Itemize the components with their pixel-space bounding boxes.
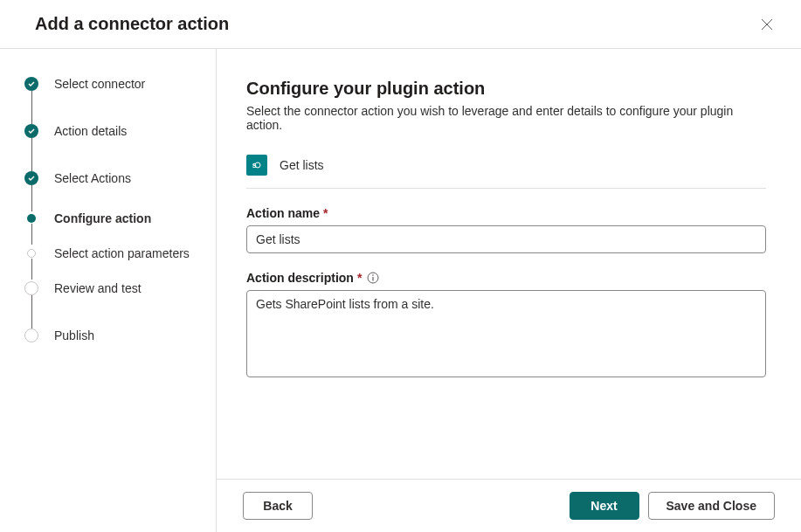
close-icon (761, 18, 773, 31)
step-select-action-parameters[interactable]: Select action parameters (24, 246, 198, 260)
upcoming-step-icon (24, 328, 38, 342)
required-asterisk: * (357, 271, 362, 285)
step-label: Review and test (54, 281, 142, 295)
action-description-field-group: Action description * (246, 271, 766, 381)
required-asterisk: * (323, 206, 328, 220)
current-step-icon (27, 214, 36, 223)
step-label: Publish (54, 328, 94, 342)
check-icon (24, 124, 38, 138)
main-panel: Configure your plugin action Select the … (217, 49, 801, 532)
close-button[interactable] (757, 15, 777, 34)
action-name-input[interactable] (246, 225, 766, 253)
step-select-connector[interactable]: Select connector (24, 77, 198, 91)
upcoming-step-icon (27, 249, 36, 258)
save-and-close-button[interactable]: Save and Close (648, 492, 776, 520)
step-action-details[interactable]: Action details (24, 124, 198, 138)
dialog-title: Add a connector action (35, 14, 229, 34)
step-connector-line (31, 185, 32, 211)
step-label: Select action parameters (54, 246, 190, 260)
step-publish[interactable]: Publish (24, 328, 198, 342)
step-select-actions[interactable]: Select Actions (24, 171, 198, 185)
check-icon (24, 77, 38, 91)
svg-rect-3 (373, 277, 374, 281)
step-label: Configure action (54, 211, 151, 225)
action-description-label: Action description * (246, 271, 766, 285)
upcoming-step-icon (24, 281, 38, 295)
selected-action-row: s Get lists (246, 155, 766, 189)
page-heading: Configure your plugin action (246, 79, 766, 99)
check-icon (24, 171, 38, 185)
steps-sidebar: Select connector Action details Select A… (0, 49, 217, 532)
step-configure-action[interactable]: Configure action (24, 211, 198, 225)
step-connector-line (31, 138, 32, 171)
action-name-field-group: Action name * (246, 206, 766, 253)
action-description-textarea[interactable] (246, 290, 766, 377)
info-icon[interactable] (367, 272, 379, 284)
sharepoint-icon: s (246, 155, 267, 176)
step-connector-line (31, 224, 32, 245)
step-label: Action details (54, 124, 127, 138)
step-review-and-test[interactable]: Review and test (24, 281, 198, 295)
page-subtitle: Select the connector action you wish to … (246, 104, 766, 132)
svg-point-2 (373, 274, 375, 276)
step-label: Select Actions (54, 171, 131, 185)
step-connector-line (31, 259, 32, 280)
svg-point-0 (255, 162, 260, 168)
back-button[interactable]: Back (243, 492, 313, 520)
next-button[interactable]: Next (570, 492, 639, 520)
step-label: Select connector (54, 77, 145, 91)
step-connector-line (31, 295, 32, 328)
selected-action-name: Get lists (280, 158, 324, 172)
action-name-label: Action name * (246, 206, 766, 220)
dialog-header: Add a connector action (0, 0, 801, 49)
step-connector-line (31, 91, 32, 124)
dialog-footer: Back Next Save and Close (217, 479, 801, 532)
